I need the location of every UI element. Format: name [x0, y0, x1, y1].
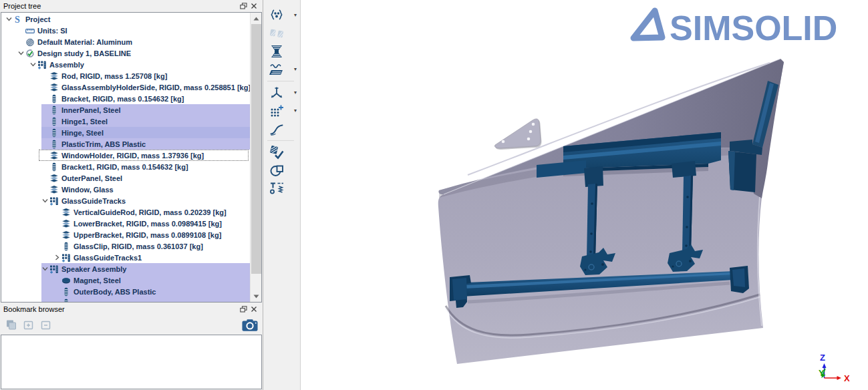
- tree-item[interactable]: UpperBracket, RIGID, mass 0.0899108 [kg]: [1, 229, 250, 240]
- tree-item-label: Hinge, Steel: [61, 129, 104, 137]
- tree-item[interactable]: PlasticTrim, ABS Plastic: [1, 138, 250, 150]
- tree-item[interactable]: InnerPanel, Steel: [1, 104, 250, 116]
- review-connections-icon: [269, 144, 285, 160]
- hinge-joint-button[interactable]: ▾: [267, 84, 299, 102]
- review-connections-button[interactable]: [267, 144, 299, 161]
- model-viewport[interactable]: SIMSOLID Z Y X: [301, 0, 868, 390]
- bookmark-list[interactable]: [1, 335, 262, 389]
- bonded-contact-button[interactable]: [267, 43, 299, 60]
- spot-connectors-button[interactable]: ▾: [267, 7, 299, 24]
- rigid-layers-icon: [61, 230, 71, 240]
- expander-open-icon[interactable]: [4, 15, 13, 23]
- tree-item-label: Assembly: [49, 61, 84, 69]
- dropdown-arrow-icon[interactable]: ▾: [294, 66, 297, 72]
- tree-item[interactable]: WindowHolder, RIGID, mass 1.37936 [kg]: [1, 150, 250, 161]
- expander-open-icon[interactable]: [28, 61, 37, 68]
- project-tree-panel: Project tree SProjectUnits: SIDefault Ma…: [0, 0, 263, 303]
- tree-item-label: VerticalGuideRod, RIGID, mass 0.20239 [k…: [74, 208, 227, 216]
- bookmark-add-button[interactable]: [21, 318, 37, 333]
- tree-item[interactable]: Hinge1, Steel: [1, 116, 250, 127]
- rotate-copy-button[interactable]: [267, 162, 299, 179]
- tree-item-label: Hinge1, Steel: [61, 118, 108, 126]
- tree-item[interactable]: SProject: [1, 13, 250, 25]
- sliding-contact-button[interactable]: ▾: [267, 61, 299, 78]
- scroll-up-icon[interactable]: [251, 13, 262, 24]
- door-inner-panel[interactable]: [438, 59, 784, 364]
- expander-slot: [52, 288, 61, 295]
- project-tree-title: Project tree: [3, 2, 238, 10]
- expander-slot: [40, 174, 49, 182]
- scroll-down-icon[interactable]: [251, 290, 262, 302]
- rigid-layers-icon: [49, 185, 59, 194]
- bolt-spring-button[interactable]: [267, 180, 299, 197]
- tree-item[interactable]: Assembly: [1, 59, 250, 70]
- expander-slot: [40, 152, 49, 159]
- tree-item[interactable]: Speaker Assembly: [1, 263, 250, 274]
- rotate-copy-icon: [269, 162, 285, 178]
- expander-open-icon[interactable]: [40, 197, 49, 204]
- magnet-disc-icon: [61, 276, 71, 285]
- tree-item[interactable]: Bracket1, RIGID, mass 0.154632 [kg]: [1, 161, 250, 172]
- tree-item[interactable]: Window, Glass: [1, 184, 250, 195]
- expander-open-icon[interactable]: [16, 49, 25, 57]
- hinge-mounting-plate[interactable]: [494, 119, 541, 150]
- expander-slot: [52, 208, 61, 216]
- tree-item[interactable]: LowerBracket, RIGID, mass 0.0989415 [kg]: [1, 218, 250, 229]
- project-tree: SProjectUnits: SIDefault Material: Alumi…: [1, 12, 262, 303]
- tree-item[interactable]: Bracket, RIGID, mass 0.154632 [kg]: [1, 93, 250, 104]
- camera-button[interactable]: [242, 318, 258, 333]
- rigid-layers-icon: [49, 71, 59, 81]
- tree-item-label: OuterBody, ABS Plastic: [74, 288, 156, 296]
- tree-item[interactable]: Rod, RIGID, mass 1.25708 [kg]: [1, 70, 250, 81]
- float-icon[interactable]: [238, 305, 249, 314]
- bookmark-remove-button[interactable]: [38, 318, 54, 333]
- tree-item[interactable]: [1, 297, 250, 302]
- tree-item-label: Bracket1, RIGID, mass 0.154632 [kg]: [61, 163, 188, 171]
- bookmark-stack-button[interactable]: [3, 318, 19, 333]
- simsolid-triangle-icon: [633, 11, 662, 38]
- dropdown-arrow-icon[interactable]: ▾: [294, 108, 297, 114]
- tree-item[interactable]: OuterBody, ABS Plastic: [1, 286, 250, 297]
- assembly-icon: [37, 60, 47, 69]
- part-cylinder-icon: [61, 287, 71, 297]
- dropdown-arrow-icon[interactable]: ▾: [294, 89, 297, 95]
- tree-item[interactable]: GlassGuideTracks1: [1, 252, 250, 263]
- dropdown-arrow-icon[interactable]: ▾: [294, 12, 297, 18]
- tree-item-label: Bracket, RIGID, mass 0.154632 [kg]: [61, 95, 184, 103]
- expander-slot: [16, 38, 25, 45]
- tree-item[interactable]: GlassClip, RIGID, mass 0.361037 [kg]: [1, 240, 250, 252]
- project-tree-titlebar: Project tree: [0, 0, 263, 12]
- tree-item[interactable]: Hinge, Steel: [1, 127, 250, 138]
- tree-item[interactable]: VerticalGuideRod, RIGID, mass 0.20239 [k…: [1, 206, 250, 218]
- design-study-check-icon: [25, 49, 35, 58]
- connections-tool-strip: ▾▾▾▾: [263, 0, 301, 390]
- tree-item[interactable]: Default Material: Aluminum: [1, 36, 250, 47]
- expander-slot: [52, 242, 61, 250]
- connector-pair-button[interactable]: [267, 25, 299, 42]
- expander-closed-icon[interactable]: [52, 254, 61, 261]
- tree-scrollbar[interactable]: [250, 13, 261, 302]
- tree-item-label: UpperBracket, RIGID, mass 0.0899108 [kg]: [74, 231, 221, 239]
- tree-item[interactable]: GlassAssemblyHolderSide, RIGID, mass 0.2…: [1, 81, 250, 93]
- bookmark-stack-icon: [5, 319, 18, 332]
- close-icon[interactable]: [249, 1, 259, 11]
- tree-item-label: GlassAssemblyHolderSide, RIGID, mass 0.2…: [61, 83, 250, 91]
- close-icon[interactable]: [249, 305, 259, 314]
- tree-item[interactable]: Units: SI: [1, 25, 250, 36]
- expander-slot: [40, 129, 49, 136]
- curve-tool-button[interactable]: [267, 120, 299, 138]
- expander-slot: [52, 276, 61, 284]
- bookmark-toolbar: [0, 315, 263, 335]
- scrollbar-thumb[interactable]: [251, 24, 261, 274]
- camera-icon: [242, 319, 258, 332]
- tree-item[interactable]: Design study 1, BASELINE: [1, 47, 250, 59]
- tree-item[interactable]: GlassGuideTracks: [1, 195, 250, 206]
- rigid-layers-icon: [61, 219, 71, 228]
- tree-item-label: GlassGuideTracks: [61, 197, 126, 205]
- tree-item[interactable]: OuterPanel, Steel: [1, 172, 250, 184]
- toolbar-separator: [267, 81, 294, 81]
- expander-open-icon[interactable]: [40, 265, 49, 272]
- float-icon[interactable]: [238, 1, 249, 11]
- tree-item[interactable]: Magnet, Steel: [1, 274, 250, 286]
- point-grid-add-button[interactable]: ▾: [267, 102, 299, 120]
